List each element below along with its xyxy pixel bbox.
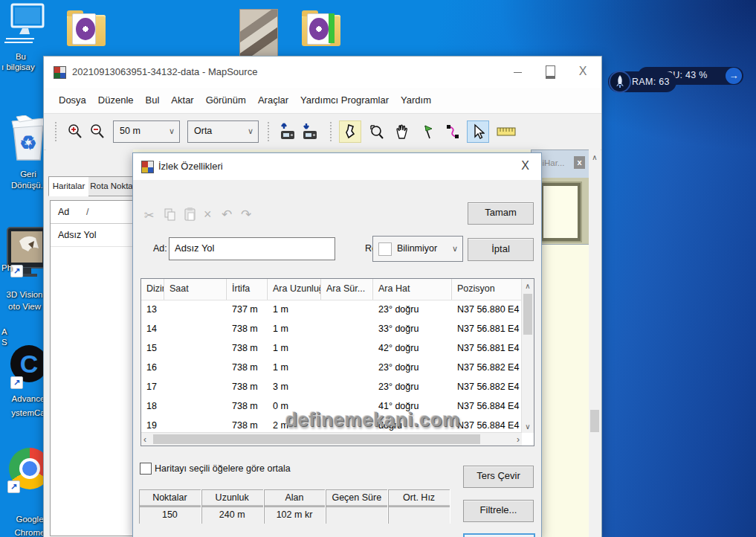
- cancel-button[interactable]: İptal: [468, 238, 534, 261]
- minimize-button[interactable]: [505, 62, 530, 80]
- scrollbar-thumb[interactable]: [153, 434, 480, 444]
- zoom-select-tool-icon[interactable]: [366, 120, 388, 143]
- center-map-checkbox[interactable]: [140, 463, 152, 475]
- map-detail-select[interactable]: Orta ∨: [187, 120, 259, 143]
- list-column-header-ad[interactable]: Ad: [58, 207, 69, 217]
- table-cell: N37 56.882 E4: [452, 378, 522, 397]
- window-titlebar[interactable]: 20210913063951-34132-data - MapSource X: [44, 57, 601, 88]
- waypoint-flag-tool-icon[interactable]: [416, 120, 439, 143]
- list-item[interactable]: Adsız Yol: [51, 224, 134, 247]
- scroll-up-icon[interactable]: ∧: [589, 149, 601, 161]
- track-name-input[interactable]: Adsız Yol: [169, 237, 335, 260]
- table-cell: 23° doğru: [373, 358, 452, 378]
- minimap-close-icon[interactable]: x: [574, 156, 585, 169]
- menu-item-araclar[interactable]: Araçlar: [252, 94, 294, 106]
- zoom-in-tool-icon[interactable]: [64, 120, 86, 143]
- receive-from-device-icon[interactable]: [299, 120, 321, 143]
- scrollbar-thumb[interactable]: [523, 294, 532, 335]
- scroll-down-icon[interactable]: ∨: [522, 422, 534, 431]
- folder-icon[interactable]: [67, 15, 106, 46]
- map-vertical-scrollbar[interactable]: ∧: [589, 149, 601, 537]
- ram-usage-text: RAM: 63: [632, 77, 670, 87]
- paste-icon[interactable]: [184, 208, 196, 221]
- menu-item-yardimci-programlar[interactable]: Yardımcı Programlar: [294, 94, 395, 106]
- menu-item-duzenle[interactable]: Düzenle: [92, 94, 140, 106]
- tab-rota-noktalari[interactable]: Rota Nokta: [88, 176, 135, 196]
- left-panel: Haritalar Rota Nokta Ad / Adsız Yol: [46, 149, 133, 537]
- maximize-button[interactable]: [537, 62, 563, 80]
- scroll-right-icon[interactable]: ›: [517, 434, 520, 445]
- svg-text:♻: ♻: [19, 132, 36, 154]
- table-header-row[interactable]: Dizin Saat İrtifa Ara Uzunluğu Ara Sür..…: [141, 279, 522, 300]
- track-draw-tool-icon[interactable]: [339, 120, 361, 143]
- track-list: Ad / Adsız Yol: [50, 200, 135, 536]
- track-properties-dialog: İzlek Özellikleri X ✂ × ↶ ↷ Tamam İptal …: [132, 152, 542, 537]
- undo-icon[interactable]: ↶: [222, 207, 232, 222]
- table-cell: 738 m: [227, 339, 268, 358]
- dialog-icon: [141, 161, 154, 173]
- this-pc-icon[interactable]: [4, 3, 46, 48]
- shortcut-arrow-icon: ↗: [10, 376, 23, 389]
- menu-item-yardim[interactable]: Yardım: [395, 94, 437, 106]
- menu-item-dosya[interactable]: Dosya: [53, 94, 92, 106]
- dialog-titlebar[interactable]: İzlek Özellikleri X: [133, 153, 541, 180]
- folder-icon[interactable]: [302, 15, 340, 46]
- ok-button[interactable]: Tamam: [468, 202, 534, 225]
- map-scale-select[interactable]: 50 m ∨: [113, 120, 180, 143]
- color-value: Bilinmiyor: [397, 243, 437, 254]
- send-to-device-icon[interactable]: [277, 120, 299, 143]
- window-title: 20210913063951-34132-data - MapSource: [72, 66, 257, 77]
- table-cell: 1 m: [268, 339, 321, 358]
- pan-hand-tool-icon[interactable]: [391, 120, 413, 143]
- table-row[interactable]: 17738 m3 m23° doğruN37 56.882 E4: [141, 378, 522, 397]
- table-vertical-scrollbar[interactable]: ∧ ∨: [521, 279, 534, 433]
- table-cell: 1 m: [268, 320, 321, 339]
- toolbar-handle: [55, 122, 60, 141]
- table-cell: 738 m: [227, 378, 268, 397]
- table-row[interactable]: 15738 m1 m42° doğruN37 56.881 E4: [141, 339, 522, 358]
- disc-icon: [76, 18, 95, 40]
- copy-icon[interactable]: [164, 208, 175, 221]
- measure-ruler-tool-icon[interactable]: [495, 120, 517, 143]
- table-cell: 3 m: [268, 378, 321, 397]
- delete-icon[interactable]: ×: [204, 207, 212, 222]
- ram-monitor-pill[interactable]: RAM: 63: [608, 71, 676, 92]
- table-cell: 23° doğru: [373, 378, 452, 397]
- table-row[interactable]: 14738 m1 m33° doğruN37 56.881 E4: [141, 320, 522, 339]
- chevron-down-icon: ∨: [452, 243, 458, 253]
- recycle-bin-icon[interactable]: ♻: [10, 115, 46, 163]
- close-button[interactable]: X: [570, 62, 595, 80]
- dialog-close-icon[interactable]: X: [521, 159, 529, 173]
- menu-item-bul[interactable]: Bul: [140, 94, 166, 106]
- image-file-icon[interactable]: [239, 9, 278, 57]
- menu-item-aktar[interactable]: Aktar: [165, 94, 199, 106]
- selection-arrow-tool-icon[interactable]: [467, 120, 489, 143]
- scroll-up-icon[interactable]: ∧: [522, 279, 534, 290]
- table-cell: 1 m: [268, 358, 321, 378]
- filter-button[interactable]: Filtrele...: [463, 500, 534, 522]
- stats-value-uzunluk: 240 m: [201, 507, 264, 524]
- expand-arrow-icon[interactable]: →: [726, 68, 742, 84]
- redo-icon[interactable]: ↷: [241, 207, 251, 222]
- color-select[interactable]: Bilinmiyor ∨: [372, 236, 463, 262]
- minimap-viewport[interactable]: [540, 183, 581, 241]
- tab-haritalar[interactable]: Haritalar: [48, 176, 89, 196]
- table-row[interactable]: 13737 m1 m23° doğruN37 56.880 E4: [141, 300, 522, 320]
- scroll-left-icon[interactable]: ‹: [143, 434, 146, 445]
- stats-header-noktalar: Noktalar: [139, 489, 201, 507]
- table-cell: 13: [141, 300, 164, 320]
- route-tool-icon[interactable]: [442, 120, 464, 143]
- table-row[interactable]: 16738 m1 m23° doğruN37 56.882 E4: [141, 358, 522, 378]
- scrollbar-thumb[interactable]: [590, 410, 599, 432]
- zoom-out-tool-icon[interactable]: [86, 120, 109, 143]
- table-cell: 42° doğru: [373, 339, 452, 358]
- table-cell: 737 m: [227, 300, 268, 320]
- invert-button[interactable]: Ters Çevir: [463, 466, 534, 488]
- table-cell: N37 56.880 E4: [452, 300, 522, 320]
- cut-icon[interactable]: ✂: [144, 208, 154, 222]
- table-horizontal-scrollbar[interactable]: ‹ ›: [141, 432, 522, 446]
- menu-item-gorunum[interactable]: Görünüm: [200, 94, 252, 106]
- clipped-focused-button[interactable]: [463, 533, 535, 537]
- shortcut-arrow-icon: ↗: [7, 480, 20, 493]
- column-header-dizin: Dizin: [141, 279, 164, 300]
